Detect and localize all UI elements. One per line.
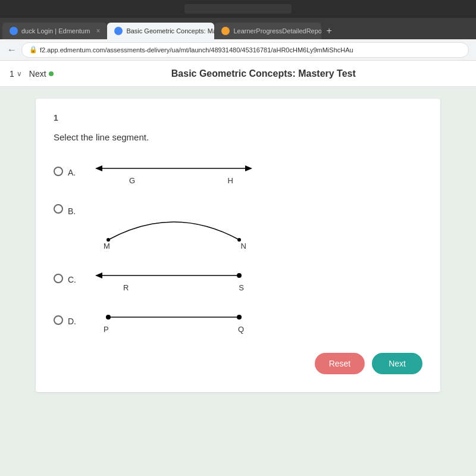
page-title: Basic Geometric Concepts: Mastery Test bbox=[61, 68, 466, 79]
back-button[interactable]: ← bbox=[7, 45, 17, 55]
label-m: M bbox=[104, 242, 110, 250]
label-g: G bbox=[129, 176, 135, 185]
option-c-visual: R S bbox=[84, 264, 263, 293]
question-nav: 1 ∨ bbox=[10, 69, 22, 79]
next-label: Next bbox=[29, 69, 46, 79]
tab-3[interactable]: LearnerProgressDetailedReport × bbox=[214, 23, 321, 39]
diagram-d bbox=[84, 305, 263, 335]
question-number: 1 bbox=[54, 113, 422, 123]
option-a-label: A. bbox=[68, 165, 80, 177]
diagram-a bbox=[84, 156, 263, 186]
new-tab-button[interactable]: + bbox=[321, 23, 336, 39]
question-num: 1 bbox=[10, 69, 14, 79]
address-bar: ← 🔒 f2.app.edmentum.com/assessments-deli… bbox=[0, 39, 476, 61]
main-content: 1 Select the line segment. A. bbox=[0, 87, 476, 476]
tab-3-label: LearnerProgressDetailedReport bbox=[233, 27, 321, 35]
tab-1-icon bbox=[10, 27, 18, 35]
svg-marker-6 bbox=[95, 273, 102, 278]
question-card: 1 Select the line segment. A. bbox=[36, 99, 440, 392]
option-a-visual: G H bbox=[84, 156, 263, 186]
address-input[interactable]: 🔒 f2.app.edmentum.com/assessments-delive… bbox=[21, 42, 469, 58]
tab-2[interactable]: Basic Geometric Concepts: Maste × bbox=[107, 23, 214, 39]
radio-a[interactable] bbox=[54, 167, 63, 176]
option-c: C. R S bbox=[54, 264, 422, 293]
tab-1-close[interactable]: × bbox=[96, 27, 100, 35]
button-row: Reset Next bbox=[54, 353, 422, 374]
radio-d[interactable] bbox=[54, 315, 63, 325]
label-n: N bbox=[241, 242, 246, 250]
option-b: B. M N bbox=[54, 198, 422, 252]
option-c-label: C. bbox=[68, 273, 80, 284]
option-b-visual: M N bbox=[84, 204, 263, 252]
browser-top bbox=[0, 0, 476, 18]
svg-point-10 bbox=[237, 315, 242, 320]
radio-b[interactable] bbox=[54, 204, 63, 214]
next-button[interactable]: Next bbox=[372, 353, 422, 374]
label-h: H bbox=[228, 176, 233, 185]
question-text: Select the line segment. bbox=[54, 132, 422, 142]
tab-2-label: Basic Geometric Concepts: Maste bbox=[126, 27, 214, 35]
svg-point-7 bbox=[237, 273, 242, 278]
tab-2-icon bbox=[114, 27, 123, 35]
next-button-header[interactable]: Next bbox=[29, 69, 54, 79]
label-q: Q bbox=[238, 325, 244, 334]
svg-marker-2 bbox=[245, 165, 252, 171]
option-d: D. P Q bbox=[54, 305, 422, 335]
diagram-b bbox=[84, 204, 263, 252]
option-d-label: D. bbox=[68, 314, 80, 326]
option-a: A. G H bbox=[54, 156, 422, 186]
browser-top-bar bbox=[184, 4, 292, 14]
label-p: P bbox=[104, 325, 109, 334]
app-header: 1 ∨ Next Basic Geometric Concepts: Maste… bbox=[0, 61, 476, 87]
tab-3-icon bbox=[221, 27, 230, 35]
radio-c[interactable] bbox=[54, 274, 63, 283]
label-s: S bbox=[239, 283, 244, 292]
tab-1-label: duck Login | Edmentum bbox=[21, 27, 90, 35]
svg-marker-1 bbox=[95, 165, 102, 171]
address-text: f2.app.edmentum.com/assessments-delivery… bbox=[40, 46, 353, 54]
option-d-row: D. P Q bbox=[54, 305, 263, 335]
options-list: A. G H bbox=[54, 156, 422, 335]
svg-point-9 bbox=[106, 315, 111, 320]
option-b-row: B. M N bbox=[54, 198, 263, 252]
option-b-label: B. bbox=[68, 204, 80, 216]
option-c-row: C. R S bbox=[54, 264, 263, 293]
label-r: R bbox=[123, 283, 129, 292]
option-d-visual: P Q bbox=[84, 305, 263, 335]
tab-1[interactable]: duck Login | Edmentum × bbox=[2, 23, 107, 39]
nav-dropdown-arrow[interactable]: ∨ bbox=[17, 70, 22, 78]
tab-bar: duck Login | Edmentum × Basic Geometric … bbox=[0, 18, 476, 39]
diagram-c bbox=[84, 264, 263, 293]
reset-button[interactable]: Reset bbox=[315, 353, 365, 374]
lock-icon: 🔒 bbox=[29, 46, 37, 54]
option-a-row: A. G H bbox=[54, 156, 263, 186]
next-dot-indicator bbox=[49, 71, 54, 76]
